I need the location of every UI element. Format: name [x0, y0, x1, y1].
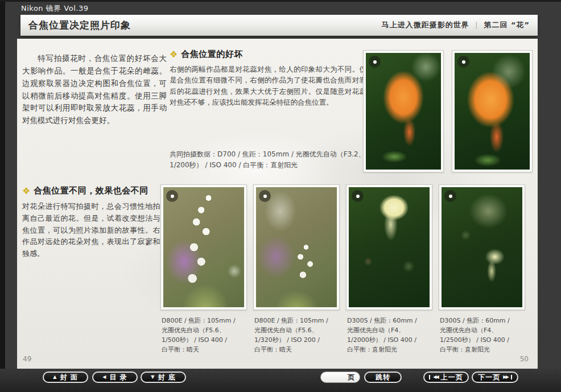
navigation-bar: ▲ 封 面 ◀ 目 录 ▼ 封 底 页 跳转 ◀◀ 上一页 下一页 ▶▶: [0, 369, 561, 392]
photo-image: [455, 53, 530, 170]
page-title: 合焦位置决定照片印象: [28, 19, 131, 32]
photo-caption: D800E / 焦距：105mm / 光圈优先自动（F5.6、 1/320秒） …: [254, 316, 340, 354]
brand-label: Nikon 镜界 Vol.39: [21, 3, 88, 14]
previous-page-button[interactable]: ◀◀ 上一页: [423, 372, 469, 383]
camera-badge-icon[interactable]: [369, 56, 381, 68]
page-number-right: 50: [520, 355, 529, 363]
photo-image: [442, 187, 522, 307]
page-number-left: 49: [23, 355, 31, 363]
cover-button[interactable]: ▲ 封 面: [43, 372, 88, 383]
photo-lily-of-valley-near-focus[interactable]: [160, 184, 247, 310]
subtitle-separator: ｜: [473, 20, 481, 29]
photo-image: [163, 187, 244, 307]
skip-bar-icon: [511, 375, 512, 379]
photo-caption: D300S / 焦距：60mm / 光圈优先自动（F4、 1/2000秒） / …: [347, 316, 432, 354]
photo-lily-of-valley-far-focus[interactable]: [253, 184, 340, 310]
camera-badge-icon[interactable]: [444, 190, 456, 202]
down-triangle-icon: ▼: [151, 375, 155, 379]
back-cover-button[interactable]: ▼ 封 底: [141, 372, 186, 383]
camera-badge-icon[interactable]: [352, 190, 364, 202]
page-number-field[interactable]: 页: [320, 372, 360, 383]
camera-badge-icon[interactable]: [457, 56, 469, 68]
subtitle-episode: 第二回 “花”: [484, 20, 530, 29]
up-triangle-icon: ▲: [53, 375, 57, 379]
window-left-edge: [0, 0, 5, 392]
section-heading-focus-quality: ❖ 合焦位置的好坏: [170, 49, 243, 60]
intro-paragraph: 特写拍摄花时，合焦位置的好坏会大大影响作品。一般是合焦于花朵的雌蕊。边观察取景器…: [22, 52, 167, 127]
diamond-bullet-icon: ❖: [22, 187, 30, 196]
photo-image: [366, 53, 441, 170]
page-subtitle: 马上进入微距摄影的世界｜第二回 “花”: [382, 20, 530, 30]
viewer-window: Nikon 镜界 Vol.39 合焦位置决定照片印象 马上进入微距摄影的世界｜第…: [0, 0, 561, 392]
previous-page-label: 上一页: [441, 373, 463, 382]
photo-image: [349, 187, 430, 307]
shared-shooting-data: 共同拍摄数据：D700 / 焦距：105mm / 光圈优先自动（F3.2、 1/…: [170, 149, 369, 171]
back-cover-button-label: 封 底: [158, 373, 175, 382]
photo-columbine-near-focus[interactable]: [346, 184, 432, 310]
diamond-bullet-icon: ❖: [170, 50, 178, 59]
section-heading-label: 合焦位置的好坏: [181, 49, 243, 60]
camera-badge-icon[interactable]: [166, 190, 178, 202]
photo-columbine-far-focus[interactable]: [439, 184, 525, 310]
subtitle-series: 马上进入微距摄影的世界: [382, 20, 469, 29]
page-number-input[interactable]: [324, 373, 348, 381]
photo-caption: D800E / 焦距：105mm / 光圈优先自动（F5.6、 1/500秒） …: [162, 316, 247, 354]
photo-caption: D300S / 焦距：60mm / 光圈优先自动（F4、 1/2500秒） / …: [440, 316, 525, 354]
magazine-page: 特写拍摄花时，合焦位置的好坏会大大影响作品。一般是合焦于花朵的雌蕊。边观察取景器…: [17, 39, 538, 369]
photo-image: [256, 187, 337, 307]
window-top-edge: [0, 0, 561, 2]
jump-button-label: 跳转: [376, 373, 390, 382]
section-body-focus-quality: 右侧的两幅作品都是对花蕊对焦，给人的印象却大为不同。仅是合焦位置有细微不同，右侧…: [170, 64, 366, 108]
camera-badge-icon[interactable]: [259, 190, 271, 202]
skip-bar-icon: [429, 375, 430, 379]
photo-orange-lily-right[interactable]: [452, 50, 533, 172]
left-triangle-icon: ◀: [102, 375, 106, 379]
next-page-button[interactable]: 下一页 ▶▶: [472, 372, 518, 383]
section-heading-focus-difference: ❖ 合焦位置不同，效果也会不同: [22, 185, 148, 196]
table-of-contents-button[interactable]: ◀ 目 录: [92, 372, 138, 383]
rewind-arrows-icon: ◀◀: [433, 375, 438, 379]
page-title-bar: 合焦位置决定照片印象 马上进入微距摄影的世界｜第二回 “花”: [20, 15, 538, 36]
page-unit-label: 页: [348, 373, 354, 382]
section-heading-label: 合焦位置不同，效果也会不同: [34, 185, 148, 196]
forward-arrows-icon: ▶▶: [503, 375, 508, 379]
toc-button-label: 目 录: [109, 373, 127, 382]
cover-button-label: 封 面: [60, 373, 77, 382]
next-page-label: 下一页: [478, 373, 500, 382]
jump-button[interactable]: 跳转: [364, 372, 402, 383]
photo-orange-lily-left[interactable]: [363, 50, 444, 172]
section-body-focus-difference: 对花朵进行特写拍摄时，总会习惯性地拍摄离自己最近的花。但是，试着改变想法与合焦位…: [22, 201, 168, 260]
